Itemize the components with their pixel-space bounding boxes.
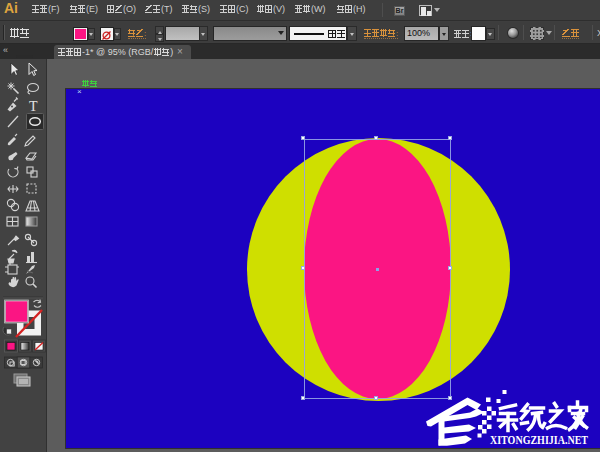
svg-text:T: T [29, 99, 38, 114]
svg-text:XITONGZHIJIA.NET: XITONGZHIJIA.NET [490, 434, 588, 446]
